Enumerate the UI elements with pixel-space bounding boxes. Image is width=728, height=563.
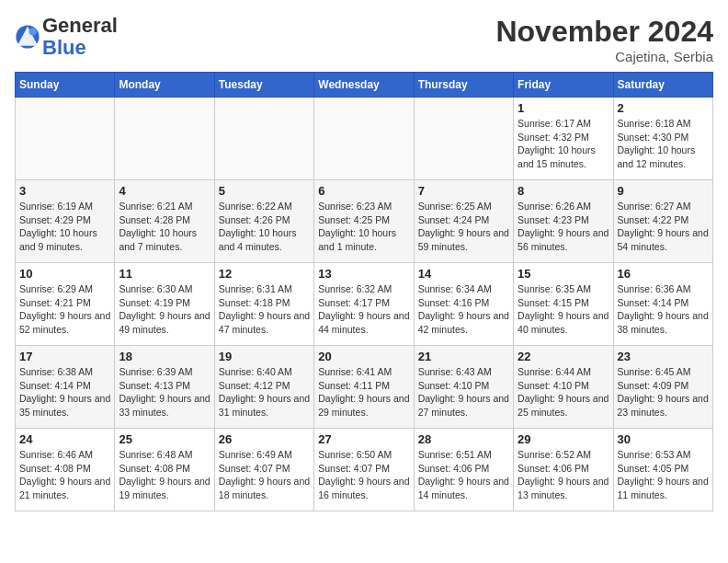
day-info: Sunrise: 6:49 AM Sunset: 4:07 PM Dayligh… [219,448,310,502]
month-title: November 2024 [495,15,713,49]
calendar-cell: 22Sunrise: 6:44 AM Sunset: 4:10 PM Dayli… [514,346,613,429]
day-info: Sunrise: 6:38 AM Sunset: 4:14 PM Dayligh… [19,365,110,419]
calendar-cell [115,98,214,180]
calendar-cell: 24Sunrise: 6:46 AM Sunset: 4:08 PM Dayli… [16,429,115,511]
day-number: 5 [219,184,310,198]
calendar-cell: 16Sunrise: 6:36 AM Sunset: 4:14 PM Dayli… [613,263,712,346]
day-number: 4 [119,184,210,198]
calendar-cell: 12Sunrise: 6:31 AM Sunset: 4:18 PM Dayli… [214,263,313,346]
weekday-header: Sunday [16,73,115,98]
calendar-cell: 29Sunrise: 6:52 AM Sunset: 4:06 PM Dayli… [514,429,613,511]
day-number: 18 [119,350,210,363]
calendar-cell [214,98,313,180]
calendar-cell: 13Sunrise: 6:32 AM Sunset: 4:17 PM Dayli… [314,263,414,346]
day-info: Sunrise: 6:35 AM Sunset: 4:15 PM Dayligh… [518,282,609,337]
day-info: Sunrise: 6:32 AM Sunset: 4:17 PM Dayligh… [318,282,409,337]
day-number: 30 [618,432,709,446]
day-number: 26 [219,432,310,446]
day-number: 12 [219,267,310,281]
day-number: 7 [418,184,509,198]
weekday-header: Friday [514,73,613,98]
day-number: 9 [618,184,709,198]
day-number: 14 [418,267,509,281]
day-number: 24 [19,432,110,446]
calendar-cell: 6Sunrise: 6:23 AM Sunset: 4:25 PM Daylig… [314,180,414,263]
day-info: Sunrise: 6:39 AM Sunset: 4:13 PM Dayligh… [119,365,210,419]
calendar-cell: 10Sunrise: 6:29 AM Sunset: 4:21 PM Dayli… [16,263,115,346]
day-info: Sunrise: 6:50 AM Sunset: 4:07 PM Dayligh… [318,448,409,502]
day-info: Sunrise: 6:25 AM Sunset: 4:24 PM Dayligh… [418,200,509,254]
calendar-cell: 4Sunrise: 6:21 AM Sunset: 4:28 PM Daylig… [115,180,214,263]
day-info: Sunrise: 6:40 AM Sunset: 4:12 PM Dayligh… [219,365,310,419]
day-info: Sunrise: 6:26 AM Sunset: 4:23 PM Dayligh… [518,200,609,254]
calendar-week-row: 17Sunrise: 6:38 AM Sunset: 4:14 PM Dayli… [16,346,713,429]
day-number: 6 [318,184,409,198]
weekday-header: Saturday [613,73,712,98]
day-number: 21 [418,350,509,363]
day-number: 25 [119,432,210,446]
calendar-cell [16,98,115,180]
day-info: Sunrise: 6:53 AM Sunset: 4:05 PM Dayligh… [618,448,709,502]
weekday-header: Tuesday [214,73,313,98]
calendar-table: SundayMondayTuesdayWednesdayThursdayFrid… [15,72,713,511]
day-info: Sunrise: 6:46 AM Sunset: 4:08 PM Dayligh… [19,448,110,502]
calendar-cell: 21Sunrise: 6:43 AM Sunset: 4:10 PM Dayli… [414,346,513,429]
day-info: Sunrise: 6:17 AM Sunset: 4:32 PM Dayligh… [518,117,609,171]
day-number: 16 [618,267,709,281]
calendar-cell: 2Sunrise: 6:18 AM Sunset: 4:30 PM Daylig… [613,98,712,180]
weekday-header: Monday [115,73,214,98]
weekday-header-row: SundayMondayTuesdayWednesdayThursdayFrid… [16,73,713,98]
svg-point-2 [28,28,36,35]
calendar-cell: 9Sunrise: 6:27 AM Sunset: 4:22 PM Daylig… [613,180,712,263]
calendar-week-row: 10Sunrise: 6:29 AM Sunset: 4:21 PM Dayli… [16,263,713,346]
calendar-cell: 25Sunrise: 6:48 AM Sunset: 4:08 PM Dayli… [115,429,214,511]
day-info: Sunrise: 6:48 AM Sunset: 4:08 PM Dayligh… [119,448,210,502]
day-info: Sunrise: 6:31 AM Sunset: 4:18 PM Dayligh… [219,282,310,337]
page-header: General Blue November 2024 Cajetina, Ser… [15,15,713,64]
day-info: Sunrise: 6:52 AM Sunset: 4:06 PM Dayligh… [518,448,609,502]
day-info: Sunrise: 6:41 AM Sunset: 4:11 PM Dayligh… [318,365,409,419]
day-info: Sunrise: 6:45 AM Sunset: 4:09 PM Dayligh… [618,365,709,419]
calendar-cell: 11Sunrise: 6:30 AM Sunset: 4:19 PM Dayli… [115,263,214,346]
day-number: 8 [518,184,609,198]
logo-general: General [42,14,118,37]
logo-blue: Blue [42,36,86,59]
day-number: 13 [318,267,409,281]
day-info: Sunrise: 6:19 AM Sunset: 4:29 PM Dayligh… [19,200,110,254]
day-number: 28 [418,432,509,446]
location: Cajetina, Serbia [495,49,713,64]
day-number: 27 [318,432,409,446]
day-number: 1 [518,101,609,115]
day-number: 3 [19,184,110,198]
day-info: Sunrise: 6:18 AM Sunset: 4:30 PM Dayligh… [618,117,709,171]
day-info: Sunrise: 6:30 AM Sunset: 4:19 PM Dayligh… [119,282,210,337]
calendar-cell: 27Sunrise: 6:50 AM Sunset: 4:07 PM Dayli… [314,429,414,511]
calendar-cell: 26Sunrise: 6:49 AM Sunset: 4:07 PM Dayli… [214,429,313,511]
day-info: Sunrise: 6:34 AM Sunset: 4:16 PM Dayligh… [418,282,509,337]
day-number: 19 [219,350,310,363]
day-number: 15 [518,267,609,281]
day-info: Sunrise: 6:51 AM Sunset: 4:06 PM Dayligh… [418,448,509,502]
calendar-cell [414,98,513,180]
day-info: Sunrise: 6:44 AM Sunset: 4:10 PM Dayligh… [518,365,609,419]
day-number: 2 [618,101,709,115]
day-info: Sunrise: 6:36 AM Sunset: 4:14 PM Dayligh… [618,282,709,337]
calendar-week-row: 1Sunrise: 6:17 AM Sunset: 4:32 PM Daylig… [16,98,713,180]
day-info: Sunrise: 6:21 AM Sunset: 4:28 PM Dayligh… [119,200,210,254]
calendar-week-row: 24Sunrise: 6:46 AM Sunset: 4:08 PM Dayli… [16,429,713,511]
weekday-header: Thursday [414,73,513,98]
calendar-cell: 3Sunrise: 6:19 AM Sunset: 4:29 PM Daylig… [16,180,115,263]
calendar-cell: 19Sunrise: 6:40 AM Sunset: 4:12 PM Dayli… [214,346,313,429]
day-info: Sunrise: 6:23 AM Sunset: 4:25 PM Dayligh… [318,200,409,254]
calendar-cell: 1Sunrise: 6:17 AM Sunset: 4:32 PM Daylig… [514,98,613,180]
calendar-cell: 7Sunrise: 6:25 AM Sunset: 4:24 PM Daylig… [414,180,513,263]
day-number: 29 [518,432,609,446]
day-number: 20 [318,350,409,363]
weekday-header: Wednesday [314,73,414,98]
day-number: 22 [518,350,609,363]
title-block: November 2024 Cajetina, Serbia [495,15,713,64]
day-info: Sunrise: 6:43 AM Sunset: 4:10 PM Dayligh… [418,365,509,419]
calendar-cell: 18Sunrise: 6:39 AM Sunset: 4:13 PM Dayli… [115,346,214,429]
day-number: 23 [618,350,709,363]
logo-icon [15,24,40,50]
